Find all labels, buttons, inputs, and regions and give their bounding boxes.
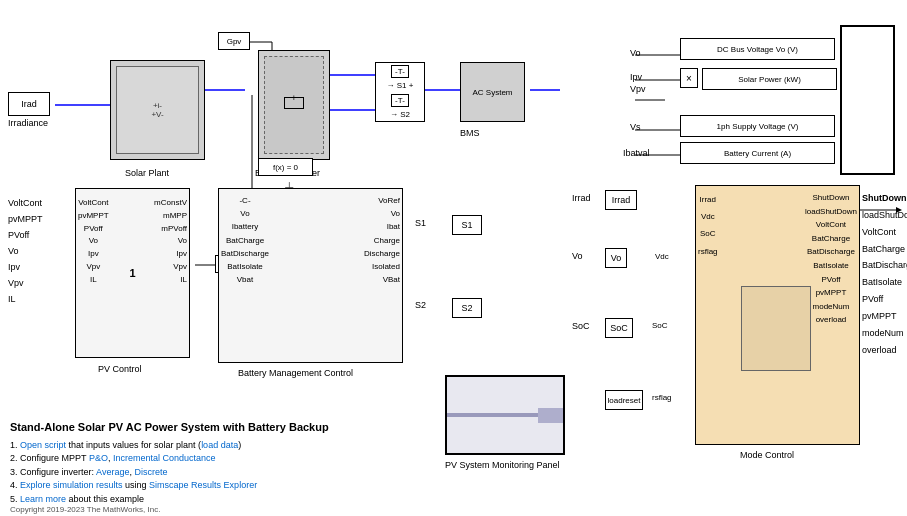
pv-monitoring-label: PV System Monitoring Panel <box>445 460 560 470</box>
ac-system-block: AC System <box>460 62 525 122</box>
average-link[interactable]: Average <box>96 467 129 477</box>
solar-plant-block: +i-+V- <box>110 60 205 160</box>
solar-power-display: Solar Power (kW) <box>702 68 837 90</box>
instruction-2: 2. Configure MPPT P&O, Incremental Condu… <box>10 452 329 466</box>
fx0-block: f(x) = 0 <box>258 158 313 176</box>
bottom-instructions: Stand-Alone Solar PV AC Power System wit… <box>10 419 329 506</box>
scope-block <box>840 25 895 175</box>
irradiance-sublabel: Irradiance <box>8 118 48 128</box>
irrad-mode-input: Irrad <box>605 190 637 210</box>
open-script-link[interactable]: Open script <box>20 440 66 450</box>
irradiance-input-block: Irad <box>8 92 50 116</box>
instruction-3: 3. Configure inverter: Average, Discrete <box>10 466 329 480</box>
pv-monitoring-block <box>445 375 565 455</box>
instruction-1: 1. Open script that inputs values for so… <box>10 439 329 453</box>
soc-mode-input: SoC <box>605 318 633 338</box>
mode-control-label: Mode Control <box>740 450 794 460</box>
boost-converter-block: +- <box>258 50 330 160</box>
s2-output-block: S2 <box>452 298 482 318</box>
simscape-link[interactable]: Simscape Results Explorer <box>149 480 257 490</box>
vs-signal-right: Vs <box>630 122 641 132</box>
discrete-link[interactable]: Discrete <box>134 467 167 477</box>
explore-link[interactable]: Explore simulation results <box>20 480 123 490</box>
learn-more-link[interactable]: Learn more <box>20 494 66 504</box>
battery-mgmt-block: -C- Vo Ibattery BatCharge BatDischarge B… <box>218 188 403 363</box>
vpv-signal-right: Vpv <box>630 84 646 94</box>
loadreset-mode-input: loadreset <box>605 390 643 410</box>
load-data-link[interactable]: load data <box>201 440 238 450</box>
inc-cond-link[interactable]: Incremental Conductance <box>113 453 216 463</box>
irad-label: Irad <box>21 99 37 109</box>
battery-mgmt-label: Battery Management Control <box>238 368 353 378</box>
ipv-signal-right: Ipv <box>630 72 642 82</box>
s1-output-block: S1 <box>452 215 482 235</box>
ac-system-label: AC System <box>472 88 512 97</box>
inverter-block: -T- → S1 + -T- → S2 <box>375 62 425 122</box>
solar-plant-label: Solar Plant <box>125 168 169 178</box>
battery-current-display: Battery Current (A) <box>680 142 835 164</box>
gpv-top-block: Gpv <box>218 32 250 50</box>
pv-control-block: VoltCont pvMPPT PVoff Vo Ipv Vpv IL mCon… <box>75 188 190 358</box>
instruction-5: 5. Learn more about this example <box>10 493 329 507</box>
dc-bus-display: DC Bus Voltage Vo (V) <box>680 38 835 60</box>
vo-mode-input: Vo <box>605 248 627 268</box>
multiply-block: × <box>680 68 698 88</box>
copyright-text: Copyright 2019-2023 The MathWorks, Inc. <box>10 505 160 514</box>
ibatval-signal: Ibatval <box>623 148 650 158</box>
vo-signal-right: Vo <box>630 48 641 58</box>
diagram-container: Irad Irradiance +i-+V- Solar Plant Gpv +… <box>0 0 907 516</box>
supply-voltage-display: 1ph Supply Voltage (V) <box>680 115 835 137</box>
instruction-4: 4. Explore simulation results using Sims… <box>10 479 329 493</box>
bms-label: BMS <box>460 128 480 138</box>
diagram-title: Stand-Alone Solar PV AC Power System wit… <box>10 419 329 436</box>
pv-control-label: PV Control <box>98 364 142 374</box>
po-link[interactable]: P&O <box>89 453 108 463</box>
mode-control-block: ShutDown loadShutDown VoltCont BatCharge… <box>695 185 860 445</box>
